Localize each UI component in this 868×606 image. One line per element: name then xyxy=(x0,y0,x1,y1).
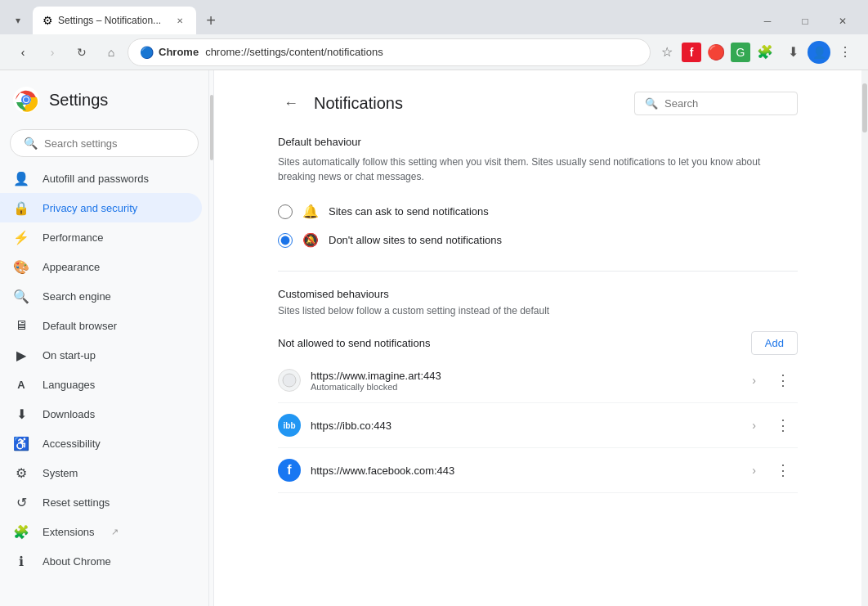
sidebar-item-search[interactable]: 🔍 Search engine xyxy=(0,281,202,311)
search-settings-container: 🔍 xyxy=(0,126,208,164)
sidebar-item-label: Reset settings xyxy=(43,496,110,509)
sidebar-item-extensions[interactable]: 🧩 Extensions ↗ xyxy=(0,517,202,546)
minimize-button[interactable]: ─ xyxy=(749,8,786,34)
accessibility-icon: ♿ xyxy=(13,435,29,451)
site-item: f https://www.facebook.com:443 › ⋮ xyxy=(278,448,798,493)
sidebar-item-system[interactable]: ⚙ System xyxy=(0,458,202,487)
sidebar-item-about[interactable]: ℹ About Chrome xyxy=(0,546,202,576)
settings-title: Settings xyxy=(49,91,108,110)
chrome-extension-3[interactable]: G xyxy=(731,43,750,62)
site-more-ibb[interactable]: ⋮ xyxy=(769,413,798,438)
sidebar-item-performance[interactable]: ⚡ Performance xyxy=(0,222,202,252)
site-info-imagine: https://www.imagine.art:443 Automaticall… xyxy=(311,370,739,392)
bookmark-button[interactable]: ☆ xyxy=(654,39,680,65)
radio-deny-option: 🔕 Don't allow sites to send notification… xyxy=(278,226,798,254)
startup-icon: ▶ xyxy=(13,347,29,363)
about-icon: ℹ xyxy=(13,553,29,569)
search-settings-input[interactable] xyxy=(44,137,185,150)
radio-allow-label[interactable]: Sites can ask to send notifications xyxy=(329,205,489,218)
expand-tabs-button[interactable]: ▾ xyxy=(7,9,29,32)
site-chevron-facebook[interactable]: › xyxy=(749,460,759,480)
back-button[interactable]: ‹ xyxy=(10,39,36,65)
appearance-icon: 🎨 xyxy=(13,258,29,275)
sidebar-item-privacy[interactable]: 🔒 Privacy and security xyxy=(0,193,202,222)
sidebar-item-label: Autofill and passwords xyxy=(43,173,149,185)
default-browser-icon: 🖥 xyxy=(13,317,29,334)
tab-close-button[interactable]: ✕ xyxy=(173,14,186,27)
sidebar-item-autofill[interactable]: 👤 Autofill and passwords xyxy=(0,164,202,193)
sidebar-header: Settings xyxy=(0,77,208,126)
sidebar-item-startup[interactable]: ▶ On start-up xyxy=(0,340,202,370)
site-favicon-imagine xyxy=(278,369,301,392)
sidebar-scrollbar[interactable] xyxy=(209,70,214,606)
radio-allow-option: 🔔 Sites can ask to send notifications xyxy=(278,197,798,226)
active-tab[interactable]: ⚙ Settings – Notification... ✕ xyxy=(33,7,196,34)
sidebar-item-label: On start-up xyxy=(43,349,96,361)
forward-button[interactable]: › xyxy=(39,39,65,65)
sidebar-item-browser[interactable]: 🖥 Default browser xyxy=(0,311,202,340)
site-info-facebook: https://www.facebook.com:443 xyxy=(311,465,739,477)
performance-icon: ⚡ xyxy=(13,229,29,245)
content-scroll-thumb xyxy=(862,83,867,132)
site-lock-icon: 🔵 xyxy=(140,46,154,59)
flipboard-extension[interactable]: f xyxy=(682,43,701,62)
bell-icon: 🔔 xyxy=(302,204,319,219)
close-button[interactable]: ✕ xyxy=(824,8,861,34)
address-bar[interactable]: 🔵 Chrome chrome://settings/content/notif… xyxy=(128,38,651,66)
privacy-icon: 🔒 xyxy=(13,200,29,216)
content-scrollbar[interactable] xyxy=(861,70,868,606)
default-behaviour-title: Default behaviour xyxy=(278,136,798,148)
downloads-icon: ⬇ xyxy=(13,406,29,422)
sidebar-item-label: Privacy and security xyxy=(43,202,137,214)
radio-allow-input[interactable] xyxy=(278,204,293,219)
back-to-privacy-button[interactable]: ← xyxy=(278,90,304,116)
profile-button[interactable]: 👤 xyxy=(808,41,830,64)
site-item: https://www.imagine.art:443 Automaticall… xyxy=(278,358,798,403)
extensions-icon: 🧩 xyxy=(13,523,29,540)
sidebar-item-label: Extensions xyxy=(43,526,95,538)
site-chevron-imagine[interactable]: › xyxy=(749,370,759,390)
site-more-imagine[interactable]: ⋮ xyxy=(769,368,798,393)
site-more-facebook[interactable]: ⋮ xyxy=(769,458,798,483)
add-button[interactable]: Add xyxy=(751,331,798,355)
maximize-button[interactable]: □ xyxy=(786,8,824,34)
sidebar-item-label: Performance xyxy=(43,231,103,244)
customised-title: Customised behaviours xyxy=(278,288,549,300)
extensions-puzzle-button[interactable]: 🧩 xyxy=(752,39,778,65)
sidebar-item-languages[interactable]: A Languages xyxy=(0,370,202,399)
search-settings-bar[interactable]: 🔍 xyxy=(10,129,199,157)
new-tab-button[interactable]: + xyxy=(199,9,222,32)
chrome-logo xyxy=(13,87,39,113)
page-search-input[interactable] xyxy=(664,97,787,110)
sidebar-item-label: System xyxy=(43,467,78,479)
sidebar: Settings 🔍 👤 Autofill and passwords 🔒 Pr… xyxy=(0,70,209,606)
site-favicon-facebook: f xyxy=(278,459,301,482)
sidebar-item-downloads[interactable]: ⬇ Downloads xyxy=(0,399,202,429)
page-title: Notifications xyxy=(314,94,624,113)
customised-desc: Sites listed below follow a custom setti… xyxy=(278,303,549,318)
page-search-bar[interactable]: 🔍 xyxy=(634,92,798,115)
chrome-extension-2[interactable]: 🔴 xyxy=(703,39,729,65)
sidebar-item-accessibility[interactable]: ♿ Accessibility xyxy=(0,429,202,458)
content-area: ← Notifications 🔍 Default behaviour Site… xyxy=(214,70,861,606)
site-url: https://ibb.co:443 xyxy=(311,420,739,432)
sidebar-item-label: Accessibility xyxy=(43,438,101,450)
sidebar-item-label: Appearance xyxy=(43,261,100,273)
address-url: chrome://settings/content/notifications xyxy=(205,46,383,58)
reload-button[interactable]: ↻ xyxy=(69,39,95,65)
autofill-icon: 👤 xyxy=(13,170,29,186)
menu-button[interactable]: ⋮ xyxy=(832,39,858,65)
tab-favicon: ⚙ xyxy=(43,14,53,27)
sidebar-item-appearance[interactable]: 🎨 Appearance xyxy=(0,252,202,281)
search-engine-icon: 🔍 xyxy=(13,288,29,304)
svg-point-5 xyxy=(283,374,296,387)
sidebar-item-reset[interactable]: ↺ Reset settings xyxy=(0,487,202,517)
site-chevron-ibb[interactable]: › xyxy=(749,415,759,435)
section-divider xyxy=(278,271,798,272)
downloads-button[interactable]: ⬇ xyxy=(780,39,806,65)
radio-deny-input[interactable] xyxy=(278,233,293,248)
back-arrow-icon: ← xyxy=(284,95,298,112)
home-button[interactable]: ⌂ xyxy=(98,39,124,65)
sidebar-item-label: Default browser xyxy=(43,320,117,332)
radio-deny-label[interactable]: Don't allow sites to send notifications xyxy=(329,234,502,246)
